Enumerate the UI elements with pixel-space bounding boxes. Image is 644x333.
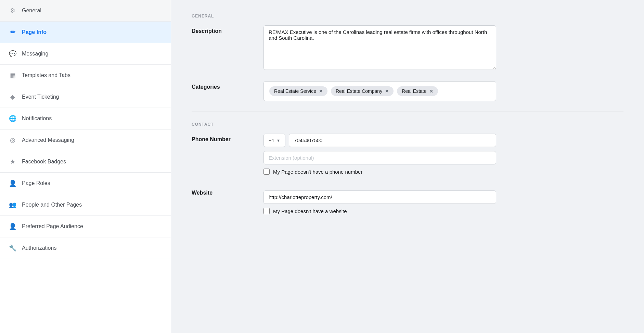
- website-row: Website My Page doesn't have a website: [192, 187, 623, 216]
- category-remove-button[interactable]: ✕: [429, 89, 433, 94]
- no-phone-label: My Page doesn't have a phone number: [273, 169, 362, 175]
- contact-section: CONTACT Phone Number +1 ▼: [192, 122, 623, 216]
- general-section-heading: GENERAL: [192, 14, 623, 18]
- sidebar-item-page-info[interactable]: ✏Page Info: [0, 22, 171, 43]
- messaging-icon: 💬: [8, 49, 17, 58]
- sidebar-item-notifications[interactable]: 🌐Notifications: [0, 108, 171, 130]
- no-website-label: My Page doesn't have a website: [273, 208, 347, 214]
- sidebar: ⚙General✏Page Info💬Messaging▦Templates a…: [0, 0, 171, 333]
- category-remove-button[interactable]: ✕: [385, 89, 389, 94]
- advanced-messaging-icon: ◎: [8, 136, 17, 145]
- event-ticketing-icon: ◆: [8, 92, 17, 101]
- description-textarea[interactable]: RE/MAX Executive is one of the Carolinas…: [263, 25, 496, 70]
- no-phone-checkbox-row: My Page doesn't have a phone number: [263, 169, 496, 175]
- contact-section-heading: CONTACT: [192, 122, 623, 127]
- extension-row: [263, 151, 496, 164]
- categories-field: Real Estate Service✕Real Estate Company✕…: [263, 81, 623, 101]
- sidebar-label-templates-tabs: Templates and Tabs: [22, 72, 70, 78]
- phone-number-input[interactable]: [289, 134, 496, 147]
- sidebar-item-messaging[interactable]: 💬Messaging: [0, 43, 171, 65]
- website-input[interactable]: [263, 190, 496, 204]
- sidebar-label-notifications: Notifications: [22, 115, 52, 122]
- phone-input-row: +1 ▼: [263, 134, 496, 147]
- phone-field: +1 ▼ My Page doesn't have a phone number: [263, 134, 623, 177]
- sidebar-item-templates-tabs[interactable]: ▦Templates and Tabs: [0, 65, 171, 86]
- people-other-pages-icon: 👥: [8, 200, 17, 209]
- description-label: Description: [192, 25, 253, 34]
- sidebar-item-event-ticketing[interactable]: ◆Event Ticketing: [0, 86, 171, 108]
- country-code-dropdown[interactable]: +1 ▼: [263, 134, 285, 147]
- sidebar-label-advanced-messaging: Advanced Messaging: [22, 137, 74, 143]
- sidebar-label-authorizations: Authorizations: [22, 245, 56, 251]
- country-code-value: +1: [269, 137, 274, 143]
- sidebar-item-advanced-messaging[interactable]: ◎Advanced Messaging: [0, 130, 171, 151]
- authorizations-icon: 🔧: [8, 244, 17, 252]
- sidebar-label-messaging: Messaging: [22, 51, 48, 57]
- sidebar-item-preferred-audience[interactable]: 👤Preferred Page Audience: [0, 216, 171, 237]
- sidebar-label-people-other-pages: People and Other Pages: [22, 202, 82, 208]
- phone-label: Phone Number: [192, 134, 253, 143]
- category-tag-label: Real Estate: [402, 88, 426, 94]
- sidebar-item-page-roles[interactable]: 👤Page Roles: [0, 173, 171, 194]
- sidebar-item-people-other-pages[interactable]: 👥People and Other Pages: [0, 194, 171, 216]
- sidebar-item-facebook-badges[interactable]: ★Facebook Badges: [0, 151, 171, 173]
- sidebar-label-facebook-badges: Facebook Badges: [22, 159, 66, 165]
- no-phone-checkbox[interactable]: [263, 169, 270, 175]
- category-tag-label: Real Estate Service: [274, 88, 316, 94]
- facebook-badges-icon: ★: [8, 157, 17, 166]
- sidebar-label-general: General: [22, 8, 41, 14]
- no-website-checkbox[interactable]: [263, 208, 270, 214]
- preferred-audience-icon: 👤: [8, 222, 17, 231]
- sidebar-item-authorizations[interactable]: 🔧Authorizations: [0, 237, 171, 259]
- sidebar-label-preferred-audience: Preferred Page Audience: [22, 223, 83, 230]
- category-tag-label: Real Estate Company: [336, 88, 382, 94]
- page-info-icon: ✏: [8, 28, 17, 37]
- dropdown-chevron-icon: ▼: [276, 138, 280, 143]
- website-label: Website: [192, 187, 253, 196]
- section-divider: [192, 111, 623, 112]
- category-remove-button[interactable]: ✕: [319, 89, 323, 94]
- website-section: My Page doesn't have a website: [263, 190, 623, 214]
- sidebar-label-page-info: Page Info: [22, 29, 47, 35]
- category-tag: Real Estate✕: [397, 86, 438, 96]
- templates-tabs-icon: ▦: [8, 71, 17, 80]
- no-website-checkbox-row: My Page doesn't have a website: [263, 208, 496, 214]
- notifications-icon: 🌐: [8, 114, 17, 123]
- sidebar-label-page-roles: Page Roles: [22, 180, 50, 186]
- category-tag: Real Estate Service✕: [269, 86, 327, 96]
- general-section: GENERAL Description RE/MAX Executive is …: [192, 14, 623, 101]
- sidebar-item-general[interactable]: ⚙General: [0, 0, 171, 22]
- description-field: RE/MAX Executive is one of the Carolinas…: [263, 25, 623, 71]
- description-row: Description RE/MAX Executive is one of t…: [192, 25, 623, 71]
- category-tag: Real Estate Company✕: [331, 86, 394, 96]
- general-icon: ⚙: [8, 6, 17, 15]
- website-field: My Page doesn't have a website: [263, 187, 623, 216]
- categories-row: Categories Real Estate Service✕Real Esta…: [192, 81, 623, 101]
- categories-label: Categories: [192, 81, 253, 90]
- phone-row: Phone Number +1 ▼ My Page doesn: [192, 134, 623, 177]
- main-content: GENERAL Description RE/MAX Executive is …: [171, 0, 644, 333]
- page-roles-icon: 👤: [8, 179, 17, 188]
- categories-box: Real Estate Service✕Real Estate Company✕…: [263, 81, 496, 101]
- app-layout: ⚙General✏Page Info💬Messaging▦Templates a…: [0, 0, 644, 333]
- sidebar-label-event-ticketing: Event Ticketing: [22, 94, 59, 100]
- extension-input[interactable]: [263, 151, 496, 164]
